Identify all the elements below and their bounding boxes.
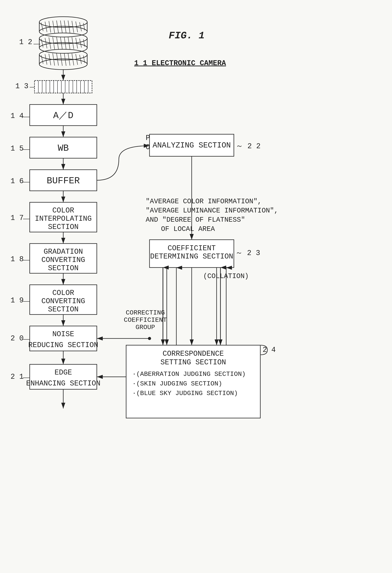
color-conv-label2: CONVERTING — [41, 297, 85, 305]
degree-flatness-label: AND "DEGREE OF FLATNESS" — [146, 216, 245, 224]
diagram-svg: 1 2 1 3 FIG. 1 1 1 ELECTRONIC CAMERA — [0, 0, 392, 573]
edge-label1: EDGE — [54, 368, 72, 377]
of-local-area-label: OF LOCAL AREA — [161, 225, 215, 233]
corr-set-label2: SETTING SECTION — [160, 358, 226, 366]
ref-18: 1 8 — [11, 255, 24, 263]
ref-21: 2 1 — [11, 373, 24, 381]
coeff-det-label1: COEFFICIENT — [168, 244, 216, 252]
gradation-label2: CONVERTING — [41, 256, 85, 264]
ref-24: 2 4 — [263, 346, 276, 354]
ref-20: 2 0 — [11, 334, 24, 342]
diagram-container: 1 2 1 3 FIG. 1 1 1 ELECTRONIC CAMERA — [0, 0, 392, 573]
svg-point-96 — [148, 337, 151, 340]
ref-13: 1 3 — [15, 82, 28, 90]
ref-19: 1 9 — [11, 296, 24, 304]
ref-16: 1 6 — [11, 177, 24, 185]
avg-luminance-label: "AVERAGE LUMINANCE INFORMATION", — [146, 207, 278, 215]
wb-label: WB — [58, 143, 69, 153]
color-interp-label1: COLOR — [52, 206, 74, 215]
correcting-coeff-label1: CORRECTING — [126, 309, 165, 316]
ref-14: 1 4 — [11, 112, 24, 120]
avg-color-label: "AVERAGE COLOR INFORMATION", — [146, 197, 262, 205]
correcting-coeff-label3: GROUP — [136, 324, 155, 331]
corr-set-label1: CORRESPONDENCE — [163, 350, 224, 358]
ref-22: ～ 2 2 — [236, 142, 260, 150]
coeff-det-label2: DETERMINING SECTION — [150, 252, 233, 261]
noise-label1: NOISE — [52, 330, 74, 338]
ad-label: A／D — [53, 110, 73, 121]
ref-15: 1 5 — [11, 144, 24, 153]
ref-17: 1 7 — [11, 214, 24, 222]
gradation-label3: SECTION — [48, 264, 79, 272]
ref-23: ～ 2 3 — [235, 249, 260, 257]
fig-label: FIG. 1 — [169, 30, 205, 41]
color-conv-label3: SECTION — [48, 305, 79, 314]
correcting-coeff-label2: COEFFICIENT — [124, 316, 167, 324]
analyzing-label: ANALYZING SECTION — [153, 141, 231, 150]
electronic-camera-label: 1 1 ELECTRONIC CAMERA — [134, 59, 226, 67]
color-interp-label2: INTERPOLATING — [35, 215, 92, 223]
skin-label: ·(SKIN JUDGING SECTION) — [132, 380, 222, 387]
bluesky-label: ·(BLUE SKY JUDGING SECTION) — [132, 390, 238, 397]
edge-label2: ENHANCING SECTION — [26, 379, 101, 388]
buffer-label: BUFFER — [47, 176, 80, 186]
color-conv-label1: COLOR — [52, 289, 74, 297]
gradation-label1: GRADATION — [44, 248, 83, 256]
noise-label2: REDUCING SECTION — [28, 341, 98, 349]
aberration-label: ·(ABERRATION JUDGING SECTION) — [132, 371, 246, 378]
ref-12: 1 2 — [19, 38, 32, 46]
color-interp-label3: SECTION — [48, 223, 79, 231]
svg-rect-51 — [34, 81, 92, 93]
